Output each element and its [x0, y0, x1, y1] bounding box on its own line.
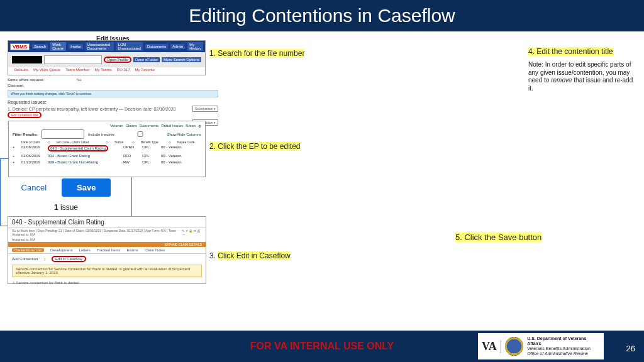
vbms-tab-workqueue[interactable]: Work Queue [50, 42, 66, 51]
vbms-tab-unassoc[interactable]: Unassociated Documents [86, 42, 114, 51]
caption-step-3: 3. Click Edit in Caseflow [209, 251, 291, 260]
tab-tracked[interactable]: Tracked Items [97, 248, 121, 252]
column-headers: Date of Claim◇EP Code - Claim Label◇Stat… [13, 140, 201, 144]
ep-034-link[interactable]: 034 - Board Grant Rating [48, 154, 123, 158]
cell-payee: 00 - Veteran [161, 145, 187, 151]
filter-input[interactable] [42, 129, 84, 139]
cell-status: OPEN [123, 145, 142, 151]
sublink[interactable]: My Favorite [135, 68, 155, 72]
caption-step-4: 4. Edit the contention title [528, 47, 613, 56]
panel-claim-detail: 040 - Supplemental Claim Rating Go to Wo… [8, 216, 206, 284]
pipe: | [44, 257, 45, 261]
select-action-1[interactable]: Select action ▾ [192, 106, 218, 112]
va-logo-block: VA U.S. Department of Veterans Affairs V… [478, 333, 604, 359]
panel-vbms-search: VBMS Search Work Queue Intake Unassociat… [8, 40, 206, 75]
sublink[interactable]: My Work Queue [33, 68, 60, 72]
tab-development[interactable]: Development [50, 248, 72, 252]
filter-label: Filter Results: [13, 133, 38, 136]
issue-row-1: 1. Denied: CP peripheral neuropathy, lef… [8, 106, 218, 112]
show-hide-columns[interactable]: Show/Hide Columns [167, 133, 201, 136]
redacted-block [12, 56, 42, 63]
cell-btype: CPL [142, 154, 161, 158]
sublink[interactable]: Defaults [14, 68, 28, 72]
save-button[interactable]: Save [62, 178, 111, 197]
claim-meta: Go to Work Item | Days Pending: 21 | Dat… [8, 228, 206, 237]
filter-row: Filter Results: Include Inactive: Show/H… [13, 129, 201, 139]
link-rated[interactable]: Rated Issues [161, 124, 183, 128]
ep-040-link[interactable]: 040 - Supplemental Claim Rating [48, 145, 108, 151]
step-4-block: 4. Edit the contention title Note: In or… [528, 47, 639, 92]
yellow-note: Service connection for Service connectio… [12, 265, 202, 277]
va-wordmark: VA [482, 340, 501, 353]
cancel-button[interactable]: Cancel [21, 183, 47, 192]
page-number: 26 [626, 344, 635, 353]
tab-contentions[interactable]: Contentions List [12, 248, 44, 252]
vbms-tab-search[interactable]: Search [32, 44, 48, 49]
search-input[interactable] [44, 55, 102, 64]
cell-payee: 00 - Veteran [161, 160, 187, 164]
vbms-logo: VBMS [10, 43, 30, 50]
info-banner: When you finish making changes, click "S… [8, 90, 218, 97]
claim-tabs: Contentions List Development Letters Tra… [8, 247, 206, 254]
sublink[interactable]: RO 317 [117, 68, 130, 72]
link-docs[interactable]: Documents [140, 124, 158, 128]
edit-contention-title-link[interactable]: Edit contention title [8, 112, 42, 118]
vbms-tab-docs[interactable]: Documents [145, 44, 168, 49]
claims-rows: +02/06/2019040 - Supplemental Claim Rati… [13, 145, 201, 164]
expand-icon[interactable]: + [13, 160, 21, 164]
gear-icon[interactable]: ⚙ [198, 124, 201, 128]
cell-payee: 00 - Veteran [161, 154, 187, 158]
cell-btype: CPL [142, 145, 161, 151]
cell-btype: CPL [142, 160, 161, 164]
include-inactive-checkbox[interactable] [121, 131, 159, 137]
claims-top-links: Veteran Claims Documents Rated Issues No… [13, 124, 201, 128]
claim-title: 040 - Supplemental Claim Rating [8, 217, 206, 228]
tab-claimnotes[interactable]: Claim Notes [145, 248, 165, 252]
edit-in-caseflow-link[interactable]: Edit in Caseflow [52, 256, 86, 262]
open-profile-button[interactable]: Open Profile [104, 57, 131, 63]
tab-exams[interactable]: Exams [127, 248, 138, 252]
caption-step-2: 2. Click the EP to be edited [209, 142, 301, 151]
caption-step-5: 5. Click the Save button [455, 233, 541, 242]
caption-step-1: 1. Search for the file number [209, 49, 304, 58]
ep-039-link[interactable]: 039 - Board Grant Non-Rating [48, 160, 123, 164]
va-seal-icon [505, 337, 523, 356]
open-efolder-button[interactable]: Open eFolder [133, 57, 160, 62]
panel-claims-list: Veteran Claims Documents Rated Issues No… [8, 121, 206, 177]
cell-status: RFD [123, 154, 142, 158]
sublink[interactable]: My Teams [95, 68, 112, 72]
cell-status: RW [123, 160, 142, 164]
cell-date: 02/06/2019 [21, 154, 48, 158]
add-contention-link[interactable]: Add Contention [12, 257, 38, 261]
slide-title: Editing Contentions in Caseflow [0, 0, 644, 31]
vbms-tab-history[interactable]: My History [187, 42, 203, 51]
content-area: VBMS Search Work Queue Intake Unassociat… [0, 31, 644, 331]
link-notes[interactable]: Notes [186, 124, 196, 128]
requested-issues-label: Requested issues: [8, 100, 218, 104]
footer: FOR VA INTERNAL USE ONLY VA U.S. Departm… [0, 331, 644, 362]
tab-letters[interactable]: Letters [79, 248, 90, 252]
vbms-tab-intake[interactable]: Intake [69, 44, 82, 49]
cell-date: 01/23/2019 [21, 160, 48, 164]
link-veteran[interactable]: Veteran [110, 124, 123, 128]
denied-note: ⚠ Service connection for Back is denied. [8, 279, 206, 286]
include-inactive-label: Include Inactive: [88, 133, 115, 136]
va-text: U.S. Department of Veterans Affairs Vete… [527, 336, 600, 356]
vbms-search-row: Open Profile Open eFolder More Search Op… [8, 52, 205, 67]
vbms-sublinks: Defaults My Work Queue Team Member My Te… [8, 67, 205, 72]
expand-claim-bar[interactable]: EXPAND CLAIM DETAILS [8, 242, 206, 247]
toolbar-icons[interactable]: ✎ ✔ 🔒 ✉ 🖨 ⋯ [182, 229, 202, 236]
sublink[interactable]: Team Member [65, 68, 89, 72]
vbms-tab-admin[interactable]: Admin [170, 44, 185, 49]
more-search-button[interactable]: More Search Options [162, 57, 201, 62]
vbms-tab-lcm[interactable]: LCM Unassociated [116, 42, 143, 51]
cell-date: 02/06/2019 [21, 145, 48, 151]
vbms-topbar: VBMS Search Work Queue Intake Unassociat… [8, 41, 205, 52]
issue-count: 1 issue [54, 203, 78, 212]
step-4-note: Note: In order to edit specific parts of… [528, 61, 639, 92]
expand-icon[interactable]: + [13, 145, 21, 151]
link-claims[interactable]: Claims [126, 124, 137, 128]
expand-icon[interactable]: + [13, 154, 21, 158]
